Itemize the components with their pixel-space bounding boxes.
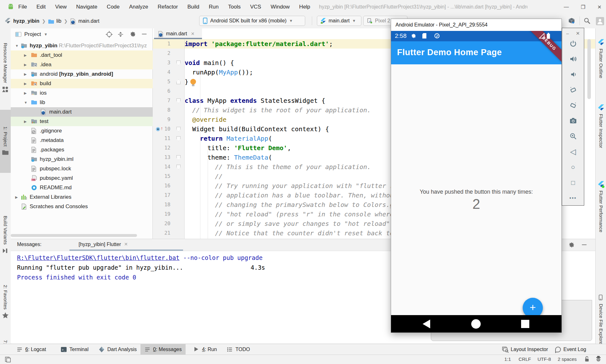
emulator-camera-button[interactable] xyxy=(568,116,578,126)
tree-item-.gitignore[interactable]: .gitignore xyxy=(11,126,153,136)
tree-expand-arrow[interactable]: ▼ xyxy=(24,101,27,104)
project-view-selector[interactable]: Project ▼ xyxy=(15,31,48,38)
toolwindow-button-todo[interactable]: TODO xyxy=(223,344,254,355)
tree-item-.packages[interactable]: .packages xyxy=(11,145,153,155)
tree-item-pubspec.yaml[interactable]: YMLpubspec.yaml xyxy=(11,173,153,183)
toolwindow-button-4-run[interactable]: 4: Run xyxy=(189,344,221,355)
device-selector[interactable]: Android SDK built for x86 (mobile) ▼ xyxy=(199,16,305,26)
tree-item-pubspec.lock[interactable]: pubspec.lock xyxy=(11,164,153,173)
menu-run[interactable]: Run xyxy=(209,4,219,10)
tree-expand-arrow[interactable]: ▼ xyxy=(15,44,19,48)
emulator-volume-up-button[interactable] xyxy=(568,54,578,64)
menu-tools[interactable]: Tools xyxy=(228,4,241,10)
tree-item-.metadata[interactable]: .metadata xyxy=(11,136,153,145)
stripe-button-flutter-inspector[interactable]: Flutter Inspector xyxy=(596,95,606,158)
menu-view[interactable]: View xyxy=(55,4,67,10)
close-tab-icon[interactable]: ✕ xyxy=(191,31,195,36)
tree-item-.idea[interactable]: ▶.idea xyxy=(11,60,153,69)
sdk-manager-icon[interactable] xyxy=(567,17,576,25)
avatar[interactable] xyxy=(596,17,604,25)
tab-main-dart[interactable]: main.dart ✕ xyxy=(154,28,202,39)
breadcrumb-file[interactable]: main.dart xyxy=(78,18,99,24)
tree-item-README.md[interactable]: README.md xyxy=(11,183,153,192)
fold-marker[interactable] xyxy=(176,127,181,132)
emulator-rotate-right-button[interactable] xyxy=(568,101,578,110)
fold-marker[interactable] xyxy=(176,165,181,169)
emulator-back-button[interactable]: ◁ xyxy=(568,147,578,156)
tree-item-lib[interactable]: ▼lib xyxy=(11,98,153,107)
run-config-selector[interactable]: main.dart ▼ xyxy=(317,16,361,26)
emulator-close-button[interactable]: ✕ xyxy=(576,31,580,36)
gear-icon[interactable] xyxy=(568,241,576,249)
nav-overview-button[interactable] xyxy=(521,320,529,328)
quickfix-bulb-icon[interactable] xyxy=(190,79,197,86)
tree-item-Scratches and Consoles[interactable]: Scratches and Consoles xyxy=(11,202,153,211)
close-button[interactable]: ✕ xyxy=(597,4,602,10)
tree-item-ios[interactable]: ▶ios xyxy=(11,88,153,98)
horizontal-scrollbar[interactable] xyxy=(11,234,137,237)
fold-marker[interactable] xyxy=(176,79,181,84)
tree-expand-arrow[interactable]: ▶ xyxy=(24,72,27,76)
tree-item-hyzp_yibin[interactable]: ▼hyzp_yibin R:\FlutterProject\FlutterPro… xyxy=(11,41,153,50)
menu-code[interactable]: Code xyxy=(107,4,120,10)
tree-item-.dart_tool[interactable]: ▶.dart_tool xyxy=(11,50,153,60)
menu-file[interactable]: File xyxy=(18,4,27,10)
tree-item-test[interactable]: ▶test xyxy=(11,117,153,126)
nav-home-button[interactable] xyxy=(471,319,481,329)
tree-expand-arrow[interactable]: ▶ xyxy=(15,195,18,199)
tree-item-hyzp_yibin.iml[interactable]: hyzp_yibin.iml xyxy=(11,155,153,164)
fold-marker[interactable] xyxy=(176,155,181,160)
toolwindow-button-6-logcat[interactable]: 6: Logcat xyxy=(13,344,50,355)
stripe-button-2-favorites[interactable]: 2: Favorites xyxy=(0,275,11,329)
tree-expand-arrow[interactable]: ▶ xyxy=(24,63,27,67)
emulator-rotate-left-button[interactable] xyxy=(568,85,578,95)
stripe-button-1-project[interactable]: 1: Project xyxy=(0,110,11,173)
emulator-more-button[interactable]: ••• xyxy=(568,193,578,203)
messages-tab[interactable]: [hyzp_yibin] Flutter ✕ xyxy=(79,242,128,247)
status-2-spaces[interactable]: 2 spaces xyxy=(558,356,577,362)
stripe-button-resource-manager[interactable]: Resource Manager xyxy=(0,32,11,104)
hide-panel-icon[interactable] xyxy=(581,241,588,249)
tree-expand-arrow[interactable]: ▶ xyxy=(24,120,27,124)
toolwindow-button-dart-analysis[interactable]: Dart Analysis xyxy=(95,344,140,355)
override-marker-icon[interactable]: ↑ xyxy=(156,127,165,132)
emulator-title-bar[interactable]: Android Emulator - Pixel_2_API_29:5554 xyxy=(391,19,561,31)
status-utf-8[interactable]: UTF-8 xyxy=(538,356,551,362)
status-1-1[interactable]: 1:1 xyxy=(504,356,511,362)
restore-windows-icon[interactable] xyxy=(4,356,11,363)
emulator-screen[interactable]: 2:58 Flutter Demo Home Page DEBUG You ha… xyxy=(391,31,561,332)
nav-back-button[interactable] xyxy=(423,320,430,328)
emulator-volume-down-button[interactable] xyxy=(568,70,578,79)
emulator-power-button[interactable] xyxy=(568,39,578,48)
menu-analyze[interactable]: Analyze xyxy=(129,4,148,10)
gear-icon[interactable] xyxy=(129,31,137,38)
lock-icon[interactable] xyxy=(583,356,590,363)
menu-vcs[interactable]: VCS xyxy=(250,4,261,10)
breadcrumb-project[interactable]: hyzp_yibin xyxy=(13,18,39,24)
menu-navigate[interactable]: Navigate xyxy=(76,4,97,10)
status-crlf[interactable]: CRLF xyxy=(519,356,531,362)
hector-inspections-icon[interactable] xyxy=(595,356,602,363)
minimize-button[interactable]: — xyxy=(564,4,569,10)
maximize-button[interactable]: ❐ xyxy=(581,4,585,10)
emulator-home-button[interactable]: ○ xyxy=(568,162,578,172)
emulator-zoom-button[interactable] xyxy=(568,132,578,141)
tree-expand-arrow[interactable]: ▶ xyxy=(24,53,27,57)
tree-expand-arrow[interactable]: ▶ xyxy=(24,91,27,95)
toolwindow-button-event-log[interactable]: Event Log xyxy=(551,344,590,355)
hide-panel-icon[interactable] xyxy=(141,31,148,38)
menu-help[interactable]: Help xyxy=(299,4,310,10)
tree-item-main.dart[interactable]: main.dart xyxy=(11,107,153,117)
collapse-all-icon[interactable] xyxy=(117,31,124,38)
locate-file-icon[interactable] xyxy=(105,31,113,38)
stripe-button-flutter-performance[interactable]: Flutter Performance xyxy=(596,170,606,243)
breadcrumb-lib[interactable]: lib xyxy=(56,18,61,24)
emulator-overview-button[interactable]: □ xyxy=(568,178,578,187)
tree-item-External Libraries[interactable]: ▶External Libraries xyxy=(11,192,153,202)
close-tab-icon[interactable]: ✕ xyxy=(124,242,128,247)
editor-scrollbar[interactable] xyxy=(587,39,591,99)
menu-window[interactable]: Window xyxy=(270,4,289,10)
menu-edit[interactable]: Edit xyxy=(36,4,45,10)
fold-marker[interactable] xyxy=(176,136,181,141)
menu-refactor[interactable]: Refactor xyxy=(157,4,178,10)
